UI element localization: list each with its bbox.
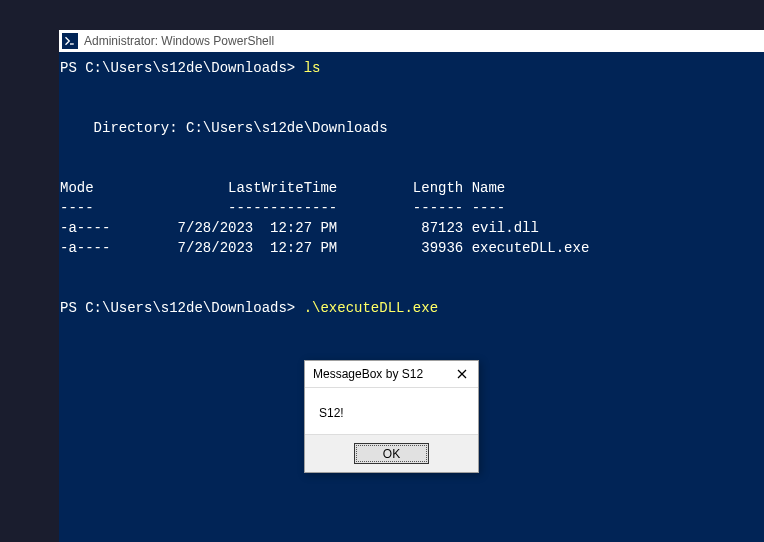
- directory-line: Directory: C:\Users\s12de\Downloads: [60, 120, 388, 136]
- listing-row: -a---- 7/28/2023 12:27 PM 87123 evil.dll: [60, 220, 539, 236]
- message-box-titlebar[interactable]: MessageBox by S12: [305, 361, 478, 388]
- close-button[interactable]: [452, 365, 472, 383]
- message-box-body: S12!: [305, 388, 478, 434]
- listing-row: -a---- 7/28/2023 12:27 PM 39936 executeD…: [60, 240, 589, 256]
- powershell-icon: [62, 33, 78, 49]
- prompt-path: PS C:\Users\s12de\Downloads>: [60, 300, 304, 316]
- listing-separator: ---- ------------- ------ ----: [60, 200, 505, 216]
- command-ls: ls: [304, 60, 321, 76]
- window-title: Administrator: Windows PowerShell: [84, 34, 274, 48]
- ok-button[interactable]: OK: [354, 443, 429, 464]
- window-titlebar[interactable]: Administrator: Windows PowerShell: [59, 30, 764, 52]
- command-execute: .\executeDLL.exe: [304, 300, 438, 316]
- message-box-footer: OK: [305, 434, 478, 472]
- listing-header: Mode LastWriteTime Length Name: [60, 180, 505, 196]
- message-box: MessageBox by S12 S12! OK: [304, 360, 479, 473]
- prompt-path: PS C:\Users\s12de\Downloads>: [60, 60, 304, 76]
- message-box-title: MessageBox by S12: [313, 367, 423, 381]
- close-icon: [457, 369, 467, 379]
